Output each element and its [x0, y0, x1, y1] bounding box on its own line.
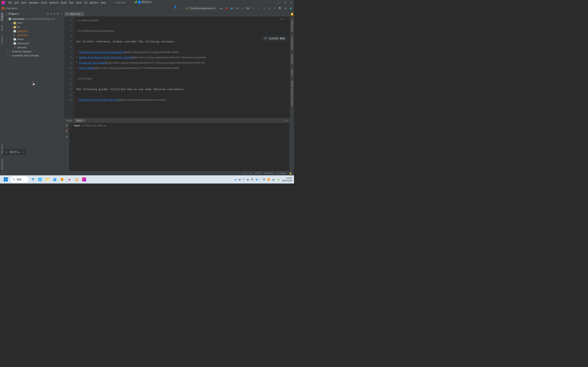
- left-tab-bookmarks[interactable]: Bookmarks: [0, 157, 4, 171]
- tree-item-mvnw[interactable]: 📄mvnw: [4, 37, 64, 42]
- git-history-icon[interactable]: ◷: [268, 7, 271, 10]
- notifications-icon[interactable]: 🔔: [290, 12, 294, 16]
- tree-item-mvnw.cmd[interactable]: 📄mvnw.cmd: [4, 42, 64, 45]
- status-git-branch[interactable]: ⎇ master: [276, 172, 286, 175]
- settings-gear-icon[interactable]: ⚙: [57, 12, 59, 15]
- build-sync-row[interactable]: ✔ Sync: At 2022 9 sec, 991 ms: [71, 124, 116, 127]
- task-chrome[interactable]: 🌐: [37, 176, 43, 183]
- inspection-widget[interactable]: ✔ 1 ˄ ˅: [279, 18, 289, 21]
- settings-icon[interactable]: ⚙: [284, 7, 287, 10]
- git-rollback-icon[interactable]: ↶: [273, 7, 277, 10]
- git-update-icon[interactable]: ↙: [257, 7, 260, 10]
- profile-button[interactable]: ⟳▾: [235, 7, 239, 10]
- right-tab-fast-request[interactable]: Fast Request: [291, 35, 294, 51]
- stop-button[interactable]: ■: [241, 7, 244, 10]
- minimize-button[interactable]: —: [278, 1, 280, 4]
- expand-all-icon[interactable]: ≡: [50, 12, 52, 15]
- task-tencent-meeting[interactable]: ▦: [52, 176, 58, 183]
- git-commit-icon[interactable]: ✓: [252, 7, 255, 10]
- tray-chevron-up-icon[interactable]: ˄: [260, 178, 261, 181]
- left-tab-redis[interactable]: Redis: [0, 24, 4, 32]
- menu-window[interactable]: Window: [88, 1, 100, 4]
- add-user-icon[interactable]: 👤⁺: [174, 7, 177, 10]
- tray-app-icon[interactable]: ◆: [247, 178, 249, 181]
- tray-meeting-icon[interactable]: ▦: [256, 178, 258, 181]
- left-tab-project[interactable]: Project: [0, 12, 4, 21]
- menu-build[interactable]: Build: [60, 1, 68, 4]
- hide-panel-icon[interactable]: —: [60, 12, 63, 15]
- status-line-separator[interactable]: LF: [250, 172, 252, 175]
- run-button[interactable]: ▶: [219, 7, 223, 10]
- taskbar-search[interactable]: 🔍搜索: [10, 176, 29, 183]
- maximize-button[interactable]: ❐: [284, 1, 286, 4]
- tray-qq-icon[interactable]: 🐧: [251, 178, 254, 181]
- menu-refactor[interactable]: Refactor: [48, 1, 60, 4]
- next-highlight-icon[interactable]: ˅: [288, 18, 289, 21]
- close-button[interactable]: ✕: [290, 1, 292, 4]
- tree-item-.gitignore[interactable]: 📄.gitignore: [4, 29, 64, 33]
- project-view-selector[interactable]: Project ▾: [5, 12, 45, 15]
- run-config-selector[interactable]: ❀ ChatDemoApplication ▾: [184, 6, 217, 10]
- tray-ime[interactable]: 英: [263, 178, 265, 181]
- tray-onedrive-icon[interactable]: ☁: [234, 178, 237, 181]
- tree-scratches[interactable]: ›☰ Scratches and Consoles: [4, 54, 64, 58]
- tree-item-src[interactable]: ›📁src: [4, 25, 64, 29]
- tree-item-HELP.md[interactable]: M↓HELP.md: [4, 33, 64, 37]
- chevron-left-icon[interactable]: ‹: [23, 151, 24, 154]
- tray-wifi-icon[interactable]: 📶: [267, 178, 270, 181]
- prev-highlight-icon[interactable]: ˄: [285, 18, 287, 21]
- menu-edit[interactable]: Edit: [13, 1, 20, 4]
- right-tab-bpmn[interactable]: BPMN-Flowable-Diagram: [291, 80, 294, 108]
- plugin-icon[interactable]: ◉: [289, 7, 292, 10]
- menu-view[interactable]: View: [20, 1, 28, 4]
- tree-external-libraries[interactable]: ›⫴ External Libraries: [4, 50, 64, 54]
- editor-body[interactable]: 12345678910111213141516 ⊖# Getting Start…: [64, 17, 294, 118]
- build-settings-icon[interactable]: ⚙: [285, 119, 287, 122]
- coverage-button[interactable]: ⬢: [230, 7, 233, 10]
- tree-item-pom.xml[interactable]: mpom.xml: [4, 45, 64, 50]
- right-tab-maven[interactable]: Maven: [291, 68, 294, 77]
- project-tree[interactable]: ⌄📁 chat-demo C:\Users\zed\Desktop\chat ›…: [4, 17, 64, 171]
- menu-code[interactable]: Code: [40, 1, 48, 4]
- status-caret-pos[interactable]: 1:1: [243, 172, 247, 175]
- tree-root[interactable]: ⌄📁 chat-demo C:\Users\zed\Desktop\chat: [4, 17, 64, 21]
- editor-tab-help-md[interactable]: M↓ HELP.md ×: [64, 11, 84, 16]
- status-indent[interactable]: 4 spaces: [264, 172, 273, 175]
- status-encoding[interactable]: UTF-8: [255, 172, 261, 175]
- tray-battery-icon[interactable]: 🔋: [277, 178, 280, 181]
- menu-navigate[interactable]: Navigate: [28, 1, 40, 4]
- menu-help[interactable]: Help: [100, 1, 107, 4]
- git-push-icon[interactable]: ↗: [263, 7, 266, 10]
- tree-item-.mvn[interactable]: ›📁.mvn: [4, 21, 64, 25]
- left-tab-commit[interactable]: Commit: [0, 34, 4, 45]
- tray-shield-icon[interactable]: 🛡: [243, 178, 245, 181]
- close-build-tab-icon[interactable]: ×: [82, 119, 84, 122]
- back-slash-icon[interactable]: ↖: [179, 7, 182, 10]
- tool-window-quick-icon[interactable]: ▢: [2, 172, 4, 175]
- task-intellij[interactable]: [81, 176, 87, 183]
- menu-file[interactable]: File: [7, 1, 13, 4]
- task-explorer[interactable]: 📁: [44, 176, 51, 183]
- collapse-all-icon[interactable]: ≣: [53, 12, 55, 15]
- menu-run[interactable]: Run: [68, 1, 75, 4]
- breadcrumb[interactable]: chat-demo: [6, 7, 17, 10]
- build-tree[interactable]: ✔ Sync: At 2022 9 sec, 991 ms: [69, 123, 118, 171]
- right-tab-database[interactable]: Database: [291, 53, 294, 66]
- tray-cpu-icon[interactable]: ▥: [239, 178, 241, 181]
- task-vscode[interactable]: ⧩: [29, 176, 36, 183]
- select-opened-file-icon[interactable]: ⊕: [47, 12, 49, 15]
- search-everywhere-icon[interactable]: 🔍: [278, 7, 282, 10]
- eye-icon[interactable]: 👁: [66, 136, 68, 138]
- task-app-orange[interactable]: ⬢: [59, 176, 65, 183]
- right-tab-notifications[interactable]: Notifications: [291, 18, 294, 33]
- meeting-speaking-bubble[interactable]: 🎤 正在讲话: 稀客;: [261, 36, 288, 42]
- start-button[interactable]: [2, 176, 9, 183]
- close-tab-icon[interactable]: ×: [81, 13, 83, 16]
- menu-tools[interactable]: Tools: [75, 1, 83, 4]
- code-content[interactable]: ⊖# Getting Started ⊖### Reference Docume…: [74, 17, 294, 118]
- task-sublime[interactable]: ▤: [73, 176, 80, 183]
- say-something-bubble[interactable]: ☺ 说点什么... ‹: [3, 149, 26, 155]
- sync-icon[interactable]: 🗘: [66, 124, 68, 127]
- gutter[interactable]: 12345678910111213141516: [64, 17, 74, 118]
- build-tab-sync[interactable]: Sync ×: [75, 119, 86, 122]
